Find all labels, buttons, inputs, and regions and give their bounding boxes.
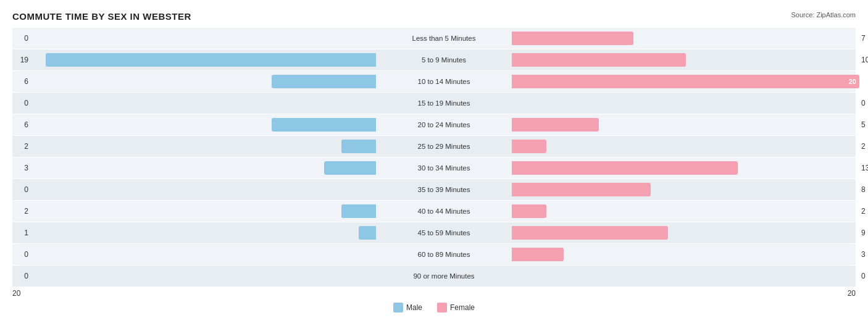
male-bar <box>272 75 376 88</box>
male-bar <box>341 140 376 153</box>
female-bar <box>512 140 546 153</box>
row-label: Less than 5 Minutes <box>376 35 512 42</box>
female-bar <box>512 53 686 67</box>
male-value-label: 2 <box>14 207 28 216</box>
legend: Male Female <box>12 303 856 313</box>
female-value-label: 9 <box>859 229 868 237</box>
female-value-label: 2 <box>859 207 868 216</box>
row-label: 60 to 89 Minutes <box>376 251 512 258</box>
female-bar <box>512 118 599 132</box>
male-bar <box>272 118 376 132</box>
table-row: 330 to 34 Minutes13 <box>12 157 856 178</box>
male-value-label: 0 <box>14 185 28 194</box>
row-label: 30 to 34 Minutes <box>376 164 512 172</box>
legend-male-label: Male <box>406 303 422 312</box>
bars-wrapper: 0Less than 5 Minutes7195 to 9 Minutes106… <box>12 28 856 287</box>
female-value-label: 7 <box>859 34 868 43</box>
table-row: 610 to 14 Minutes2020 <box>12 71 856 92</box>
row-label: 15 to 19 Minutes <box>376 99 512 107</box>
table-row: 240 to 44 Minutes2 <box>12 201 856 222</box>
male-value-label: 0 <box>14 99 28 107</box>
legend-male-box <box>393 303 403 313</box>
legend-female: Female <box>437 303 475 313</box>
row-label: 25 to 29 Minutes <box>376 143 512 150</box>
female-bar <box>512 183 651 196</box>
female-bar <box>512 161 738 175</box>
female-value-label: 3 <box>859 250 868 259</box>
female-bar <box>512 248 564 261</box>
source-label: Source: ZipAtlas.com <box>791 11 856 19</box>
table-row: 035 to 39 Minutes8 <box>12 179 856 200</box>
chart-title: COMMUTE TIME BY SEX IN WEBSTER <box>12 11 856 22</box>
legend-female-box <box>437 303 447 313</box>
axis-right: 20 <box>848 289 856 298</box>
male-value-label: 19 <box>14 56 28 64</box>
male-value-label: 0 <box>14 34 28 43</box>
table-row: 090 or more Minutes0 <box>12 266 856 287</box>
female-value-label: 5 <box>859 120 868 129</box>
female-value-label: 0 <box>859 99 868 107</box>
table-row: 195 to 9 Minutes10 <box>12 49 856 70</box>
legend-male: Male <box>393 303 422 313</box>
female-value-label: 0 <box>859 272 868 280</box>
chart-container: COMMUTE TIME BY SEX IN WEBSTER Source: Z… <box>0 0 868 323</box>
female-value-label: 2 <box>859 142 868 151</box>
table-row: 060 to 89 Minutes3 <box>12 244 856 265</box>
legend-female-label: Female <box>450 303 475 312</box>
male-value-label: 1 <box>14 229 28 237</box>
male-bar <box>341 204 376 218</box>
table-row: 145 to 59 Minutes9 <box>12 222 856 243</box>
table-row: 225 to 29 Minutes2 <box>12 136 856 157</box>
female-value-label: 13 <box>859 164 868 172</box>
male-value-label: 6 <box>14 120 28 129</box>
axis-labels: 20 20 <box>12 289 856 298</box>
male-value-label: 3 <box>14 164 28 172</box>
female-value-label: 8 <box>859 185 868 194</box>
row-label: 90 or more Minutes <box>376 272 512 280</box>
axis-left: 20 <box>12 289 20 298</box>
row-label: 10 to 14 Minutes <box>376 78 512 85</box>
table-row: 620 to 24 Minutes5 <box>12 114 856 135</box>
female-bar <box>512 226 668 240</box>
male-bar <box>46 53 376 67</box>
male-bar <box>324 161 376 175</box>
female-bar: 20 <box>512 75 859 88</box>
table-row: 0Less than 5 Minutes7 <box>12 28 856 49</box>
row-label: 45 to 59 Minutes <box>376 229 512 237</box>
female-bar <box>512 31 633 45</box>
female-bar <box>512 204 546 218</box>
table-row: 015 to 19 Minutes0 <box>12 93 856 114</box>
row-label: 5 to 9 Minutes <box>376 56 512 64</box>
row-label: 35 to 39 Minutes <box>376 186 512 193</box>
row-label: 40 to 44 Minutes <box>376 208 512 215</box>
male-value-label: 2 <box>14 142 28 151</box>
male-value-label: 0 <box>14 250 28 259</box>
row-label: 20 to 24 Minutes <box>376 121 512 128</box>
male-value-label: 6 <box>14 77 28 86</box>
male-value-label: 0 <box>14 272 28 280</box>
female-value-label: 10 <box>859 56 868 64</box>
male-bar <box>359 226 376 240</box>
